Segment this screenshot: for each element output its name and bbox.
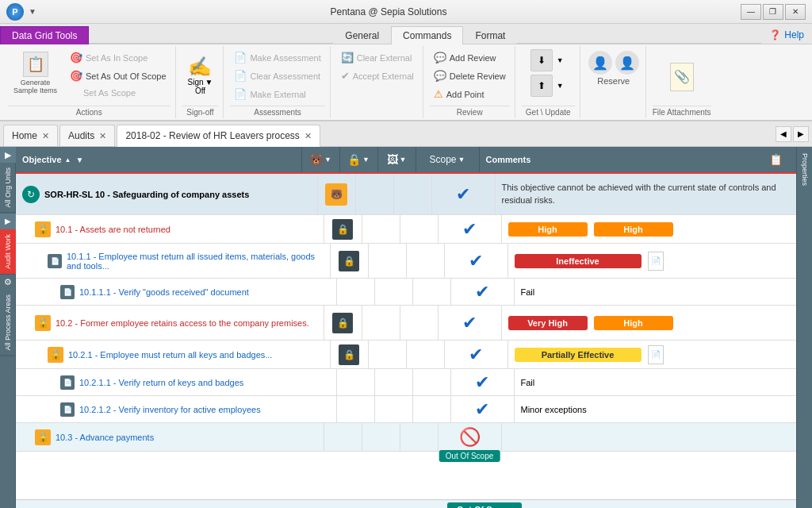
audit-work-expand[interactable]: ▶: [0, 214, 16, 229]
all-org-units-sidebar[interactable]: All Org Units: [0, 163, 16, 214]
reserve-user2[interactable]: 👤: [615, 51, 639, 75]
row1-badge2: High: [594, 222, 673, 237]
clear-external-icon: 🔄: [341, 52, 354, 64]
row6-icon2-cell: [375, 369, 413, 395]
make-assessment-button[interactable]: 📄 Make Assessment: [230, 49, 324, 66]
row4-icon3-cell: [400, 306, 439, 340]
sidebar-bottom-btn[interactable]: ▼: [0, 502, 16, 508]
delete-review-button[interactable]: 💬 Delete Review: [430, 67, 510, 84]
file-attach-btn[interactable]: 📎: [670, 63, 694, 91]
scope-filter-icon[interactable]: ▼: [458, 156, 465, 164]
close-button[interactable]: ✕: [785, 4, 806, 20]
objective-filter-icon[interactable]: ▼: [75, 156, 83, 164]
clear-assessment-button[interactable]: 📄 Clear Assessment: [230, 67, 324, 84]
get-update-dropdown1[interactable]: ▼: [554, 49, 565, 71]
row8-objective-cell: 🔒 10.3 - Advance payments: [16, 423, 324, 451]
col3-filter-icon[interactable]: ▼: [400, 156, 407, 164]
tab-commands[interactable]: Commands: [391, 26, 463, 44]
row8-icon1-cell: [324, 423, 362, 451]
clear-external-button[interactable]: 🔄 Clear External: [337, 49, 418, 66]
settings-icon[interactable]: ⚙: [0, 274, 16, 290]
row5-file-icon[interactable]: 📄: [648, 345, 664, 364]
set-as-out-of-scope-button[interactable]: 🎯 Set As Out Of Scope: [66, 67, 170, 84]
audits-tab[interactable]: Audits ✕: [59, 125, 115, 146]
reserve-user1[interactable]: 👤: [588, 51, 612, 75]
get-update-btn1[interactable]: ⬇: [530, 49, 553, 71]
sign-off-label: Sign: [188, 78, 204, 87]
minimize-button[interactable]: —: [741, 4, 761, 20]
sign-off-group-label: Sign-off: [182, 106, 219, 117]
hr-leavers-tab-close[interactable]: ✕: [304, 131, 312, 141]
add-review-icon: 💬: [434, 52, 446, 64]
title-bar: P ▼ Pentana @ Sepia Solutions — ❐ ✕: [0, 0, 812, 24]
app-icon: P: [6, 3, 24, 21]
row4-scope-cell: ✔: [439, 306, 502, 340]
row5-lock-img-icon: 🔒: [339, 344, 359, 365]
generate-sample-items-button[interactable]: 📋 GenerateSample Items: [8, 48, 63, 98]
sidebar-expand-button[interactable]: ▶: [0, 147, 16, 163]
row0-icon3-cell: [394, 174, 432, 214]
row5-comment-cell: Partially Effective 📄: [508, 341, 797, 368]
tab-scroll-left[interactable]: ◀: [776, 126, 791, 142]
row4-comment-cell: Very High High: [502, 306, 797, 340]
row0-obj-icon: ↻: [22, 186, 40, 203]
row6-icon1-cell: [337, 369, 375, 395]
col2-filter-icon[interactable]: ▼: [362, 156, 370, 164]
accept-external-button[interactable]: ✔ Accept External: [337, 67, 418, 84]
content-area: Objective ▲ ▼ 🐻 ▼ 🔒 ▼ 🖼 ▼ Scope: [16, 147, 796, 508]
reserve-button[interactable]: Reserve: [597, 76, 630, 86]
col-add-icon[interactable]: 📋: [764, 153, 787, 166]
row4-badge1: Very High: [508, 316, 588, 330]
row2-scope-check-icon: ✔: [469, 251, 483, 271]
col-icon1-header[interactable]: 🐻 ▼: [302, 147, 340, 172]
make-external-icon: 📄: [234, 88, 247, 100]
row2-obj-text: 10.1.1 - Employee must return all issued…: [67, 252, 324, 271]
row4-scope-check-icon: ✔: [462, 313, 477, 333]
system-menu-arrow[interactable]: ▼: [29, 7, 36, 16]
right-sidebar[interactable]: Properties: [796, 147, 812, 508]
get-update-btn2[interactable]: ⬆: [530, 75, 553, 97]
table-row: 🔒 10.3 - Advance payments 🚫 Out Of Scope: [16, 423, 796, 452]
tab-scroll-right[interactable]: ▶: [793, 126, 809, 142]
row8-obj-text: 10.3 - Advance payments: [56, 433, 154, 442]
col-objective-header[interactable]: Objective ▲ ▼: [16, 147, 302, 172]
tab-general[interactable]: General: [333, 26, 391, 44]
row3-scope-cell: ✔: [451, 279, 515, 305]
audits-tab-close[interactable]: ✕: [99, 131, 106, 141]
row3-icon2-cell: [375, 279, 413, 305]
row3-comment-cell: Fail: [515, 279, 797, 305]
add-point-button[interactable]: ⚠ Add Point: [430, 86, 510, 102]
window-title: Pentana @ Sepia Solutions: [330, 6, 446, 17]
tab-data-grid-tools[interactable]: Data Grid Tools: [0, 26, 89, 44]
row2-scope-cell: ✔: [445, 244, 508, 278]
home-tab[interactable]: Home ✕: [3, 125, 58, 146]
row6-obj-text: 10.2.1.1 - Verify return of keys and bad…: [79, 378, 243, 387]
restore-button[interactable]: ❐: [763, 4, 783, 20]
row2-file-icon[interactable]: 📄: [648, 252, 664, 271]
help-button[interactable]: ❓ Help: [761, 25, 812, 44]
row2-badge1: Ineffective: [515, 254, 642, 268]
row6-comment-cell: Fail: [515, 369, 797, 395]
hr-leavers-tab[interactable]: 2018-02 - Review of HR Leavers process ✕: [117, 125, 320, 147]
table-row: 🔒 10.1 - Assets are not returned 🔒 ✔ Hig…: [16, 215, 796, 244]
audit-work-sidebar[interactable]: Audit Work: [0, 229, 16, 275]
all-process-areas-sidebar[interactable]: All Process Areas: [0, 290, 16, 356]
col-scope-header[interactable]: Scope ▼: [416, 147, 480, 172]
row2-icon1-cell: 🔒: [331, 244, 369, 278]
get-update-dropdown2[interactable]: ▼: [554, 75, 565, 97]
set-as-in-scope-button[interactable]: 🎯 Set As In Scope: [66, 49, 170, 66]
make-assessment-icon: 📄: [234, 52, 247, 64]
tab-format[interactable]: Format: [463, 26, 517, 44]
row0-comment-cell: This objective cannot be achieved with t…: [496, 174, 797, 214]
col-icon3-header[interactable]: 🖼 ▼: [378, 147, 416, 172]
home-tab-close[interactable]: ✕: [42, 131, 49, 141]
set-as-scope-button[interactable]: Set As Scope: [66, 86, 170, 100]
row4-icon2-cell: [362, 306, 400, 340]
make-external-button[interactable]: 📄 Make External: [230, 86, 324, 102]
row7-icon1-cell: [337, 396, 375, 422]
clear-assessment-icon: 📄: [234, 70, 247, 82]
col-icon2-header[interactable]: 🔒 ▼: [340, 147, 378, 172]
add-review-button[interactable]: 💬 Add Review: [430, 49, 510, 66]
col1-filter-icon[interactable]: ▼: [324, 156, 331, 164]
sign-off-button[interactable]: ✍ Sign ▼ Off: [182, 52, 219, 99]
